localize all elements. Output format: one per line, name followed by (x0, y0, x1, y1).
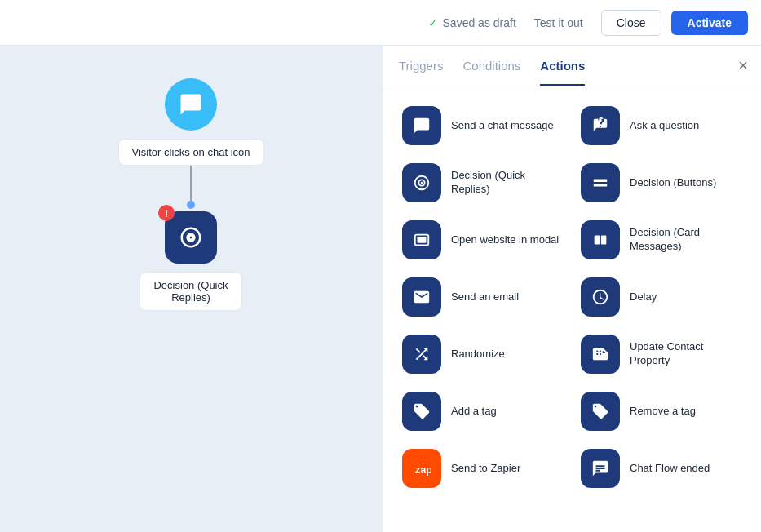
panel-close-button[interactable]: × (738, 57, 748, 73)
action-decision-quick-replies[interactable]: Decision (Quick Replies) (399, 160, 566, 206)
action-label-update-property: Update Contact Property (630, 340, 741, 368)
flow-node: ! Decision (QuickReplies) (139, 205, 241, 311)
error-badge: ! (158, 205, 175, 221)
action-icon-delay (581, 277, 620, 317)
action-icon-zapier: zap (402, 449, 441, 488)
action-label-buttons: Decision (Buttons) (630, 176, 716, 190)
trigger-icon (165, 78, 217, 131)
action-add-tag[interactable]: Add a tag (399, 388, 566, 434)
action-label-delay: Delay (630, 290, 657, 304)
action-label-flow-ended: Chat Flow ended (630, 462, 710, 476)
action-send-email[interactable]: Send an email (399, 274, 566, 320)
topbar: ✓ Saved as draft Test it out Close Activ… (0, 0, 761, 46)
panel-body: Send a chat message Ask a question Decis… (383, 86, 761, 532)
action-send-zapier[interactable]: zap Send to Zapier (399, 446, 566, 491)
action-decision-buttons[interactable]: Decision (Buttons) (577, 160, 745, 206)
action-decision-card[interactable]: Decision (Card Messages) (577, 217, 745, 263)
action-label-chat: Send a chat message (451, 119, 554, 133)
action-label-card: Decision (Card Messages) (630, 226, 741, 254)
svg-text:zap: zap (415, 463, 431, 476)
check-icon: ✓ (428, 16, 438, 29)
trigger-label: Visitor clicks on chat icon (118, 139, 264, 166)
test-button[interactable]: Test it out (526, 11, 591, 34)
action-update-contact[interactable]: Update Contact Property (577, 331, 745, 377)
svg-rect-6 (418, 237, 427, 242)
action-open-website[interactable]: Open website in modal (399, 217, 566, 263)
action-icon-add-tag (402, 392, 441, 431)
action-label-modal: Open website in modal (451, 233, 559, 247)
svg-rect-4 (594, 184, 608, 187)
actions-grid: Send a chat message Ask a question Decis… (399, 103, 745, 491)
flow-node-label: Decision (QuickReplies) (139, 272, 241, 311)
action-icon-remove-tag (581, 392, 620, 431)
tab-conditions[interactable]: Conditions (462, 59, 520, 86)
flow-node-icon[interactable]: ! (165, 211, 217, 264)
svg-rect-7 (595, 236, 600, 245)
action-remove-tag[interactable]: Remove a tag (577, 388, 745, 434)
action-send-chat-message[interactable]: Send a chat message (399, 103, 566, 149)
connector-line (190, 166, 192, 205)
action-icon-question (581, 106, 620, 145)
close-button[interactable]: Close (601, 10, 661, 36)
chat-bubble-icon (179, 92, 203, 117)
action-icon-flow-ended (581, 449, 620, 488)
trigger-node: Visitor clicks on chat icon (118, 78, 264, 166)
action-icon-modal (402, 220, 441, 259)
action-label-question: Ask a question (630, 119, 699, 133)
action-chat-flow-ended[interactable]: Chat Flow ended (577, 446, 745, 491)
action-icon-buttons (581, 163, 620, 202)
tab-actions[interactable]: Actions (540, 59, 585, 86)
action-icon-quick-replies (402, 163, 441, 202)
saved-label: Saved as draft (443, 16, 516, 29)
action-icon-email (402, 277, 441, 317)
saved-indicator: ✓ Saved as draft (428, 16, 516, 29)
action-randomize[interactable]: Randomize (399, 331, 566, 377)
action-label-remove-tag: Remove a tag (630, 405, 696, 419)
action-label-email: Send an email (451, 290, 519, 304)
canvas: Visitor clicks on chat icon ! Decision (… (0, 46, 382, 532)
side-panel: Triggers Conditions Actions × Send a cha… (382, 46, 761, 532)
action-label-zapier: Send to Zapier (451, 462, 520, 476)
action-label-randomize: Randomize (451, 348, 505, 361)
action-icon-update-property (581, 335, 620, 374)
action-icon-chat (402, 106, 441, 145)
svg-point-2 (421, 182, 423, 184)
tab-triggers[interactable]: Triggers (399, 59, 443, 86)
activate-button[interactable]: Activate (671, 11, 748, 35)
action-delay[interactable]: Delay (577, 274, 745, 320)
svg-rect-8 (601, 236, 606, 245)
action-icon-card (581, 220, 620, 259)
action-ask-question[interactable]: Ask a question (577, 103, 745, 149)
action-label-add-tag: Add a tag (451, 405, 497, 419)
action-label-quick-replies: Decision (Quick Replies) (451, 169, 563, 197)
action-icon-randomize (402, 335, 441, 374)
quick-replies-icon (179, 225, 203, 250)
svg-rect-3 (594, 179, 608, 182)
panel-header: Triggers Conditions Actions × (383, 46, 761, 86)
